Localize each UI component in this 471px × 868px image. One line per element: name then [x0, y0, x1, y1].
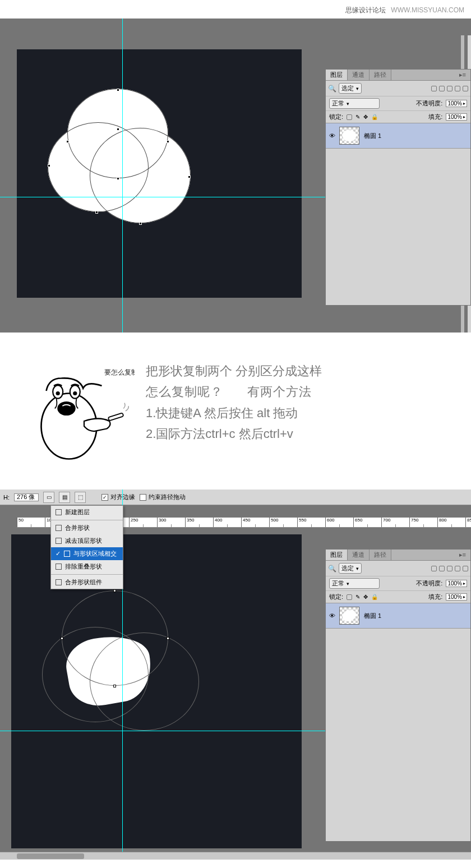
layer-name: 椭圆 1 — [364, 132, 381, 140]
filter-select[interactable]: 选定 — [339, 563, 362, 574]
align-edges-checkbox[interactable]: ✓ 对齐边缘 — [101, 493, 135, 501]
menu-new-layer[interactable]: 新建图层 — [51, 506, 123, 519]
visibility-icon[interactable]: 👁 — [328, 612, 336, 619]
tab-channels[interactable]: 通道 — [348, 70, 370, 80]
panel-tabs: 图层 通道 路径 ▸≡ — [326, 550, 470, 561]
ruler-tick: 450 — [241, 518, 269, 527]
scrollbar-horizontal[interactable] — [0, 852, 471, 860]
lock-brush-icon[interactable]: ✎ — [355, 594, 360, 600]
lock-transparent-icon[interactable] — [347, 114, 352, 120]
ruler-tick: 800 — [437, 518, 465, 527]
height-input[interactable] — [14, 493, 39, 501]
handle[interactable] — [48, 164, 50, 167]
opacity-value[interactable]: 100% — [446, 580, 467, 587]
ruler-tick: 50 — [17, 518, 45, 527]
lock-move-icon[interactable]: ✥ — [363, 594, 368, 600]
filter-icon[interactable] — [447, 566, 452, 571]
constrain-path-checkbox[interactable]: 约束路径拖动 — [140, 493, 186, 501]
scrollbar-thumb[interactable] — [17, 853, 84, 859]
ellipse-outline — [90, 128, 191, 223]
canvas-area[interactable] — [17, 49, 302, 298]
filter-icon[interactable] — [431, 566, 437, 571]
tab-paths[interactable]: 路径 — [370, 70, 391, 80]
lock-move-icon[interactable]: ✥ — [363, 114, 368, 120]
handle[interactable] — [95, 211, 98, 214]
filter-icon[interactable] — [455, 566, 460, 571]
handle[interactable] — [188, 176, 191, 178]
svg-text:要怎么复制啊！: 要怎么复制啊！ — [104, 368, 135, 376]
ruler-tick: 550 — [297, 518, 325, 527]
tab-paths[interactable]: 路径 — [370, 550, 391, 560]
ellipse-outline — [90, 632, 199, 731]
ruler-tick: 700 — [381, 518, 409, 527]
fill-label: 填充: — [428, 593, 442, 601]
handle[interactable] — [66, 140, 69, 143]
handle[interactable] — [117, 89, 119, 91]
menu-intersect[interactable]: ✓与形状区域相交 — [51, 547, 123, 560]
search-icon: 🔍 — [328, 565, 336, 572]
fill-value[interactable]: 100% — [446, 113, 467, 121]
menu-subtract[interactable]: 减去顶层形状 — [51, 534, 123, 547]
blend-mode-select[interactable]: 正常 — [329, 98, 380, 109]
ruler-tick: 850 — [465, 518, 471, 527]
ruler-tick: 300 — [157, 518, 185, 527]
instr-line: 把形状复制两个 分别区分成这样 — [146, 361, 322, 381]
fill-value[interactable]: 100% — [446, 593, 467, 601]
menu-combine[interactable]: 合并形状 — [51, 521, 123, 534]
instructions: 把形状复制两个 分别区分成这样 怎么复制呢？ 有两个方法 1.快捷键A 然后按住… — [146, 361, 322, 445]
lock-all-icon[interactable]: 🔒 — [371, 594, 378, 600]
lock-transparent-icon[interactable] — [347, 594, 352, 600]
filter-icon[interactable] — [439, 86, 445, 91]
handle[interactable] — [167, 140, 169, 143]
screenshot-top: 图层 通道 路径 ▸≡ 🔍 选定 正常 不透明度: 100% 锁定: ✎ ✥ 🔒 — [0, 19, 471, 333]
handle[interactable] — [167, 637, 169, 640]
handle[interactable] — [117, 177, 119, 180]
arrange-icon[interactable]: ⬚ — [75, 492, 86, 503]
ruler-tick: 400 — [213, 518, 241, 527]
tab-channels[interactable]: 通道 — [348, 550, 370, 560]
filter-icon[interactable] — [439, 566, 445, 571]
menu-merge[interactable]: 合并形状组件 — [51, 576, 123, 589]
handle[interactable] — [139, 222, 142, 225]
filter-icon[interactable] — [455, 86, 460, 91]
tab-layers[interactable]: 图层 — [326, 550, 348, 560]
filter-icon[interactable] — [447, 86, 452, 91]
panel-menu-icon[interactable]: ▸≡ — [455, 71, 470, 79]
panel-menu-icon[interactable]: ▸≡ — [455, 551, 470, 558]
path-op-icon[interactable]: ▭ — [43, 492, 54, 503]
filter-icon[interactable] — [463, 86, 468, 91]
instr-line: 2.国际方法ctrl+c 然后ctrl+v — [146, 423, 322, 444]
lock-brush-icon[interactable]: ✎ — [355, 114, 360, 120]
lock-all-icon[interactable]: 🔒 — [371, 114, 378, 120]
options-bar: H: ▭ ▤ ⬚ ✓ 对齐边缘 约束路径拖动 — [0, 490, 471, 505]
filter-icon[interactable] — [431, 86, 437, 91]
opacity-label: 不透明度: — [416, 579, 442, 588]
menu-exclude[interactable]: 排除重叠形状 — [51, 560, 123, 573]
opacity-value[interactable]: 100% — [446, 100, 467, 107]
layers-panel: 图层 通道 路径 ▸≡ 🔍 选定 正常 不透明度: 100% 锁定: ✎ ✥ 🔒 — [325, 69, 471, 306]
blend-mode-select[interactable]: 正常 — [329, 578, 380, 589]
tutorial-section: 要怎么复制啊！ 把形状复制两个 分别区分成这样 怎么复制呢？ 有两个方法 1.快… — [0, 349, 471, 490]
guide-vertical[interactable] — [122, 19, 123, 333]
panel-tabs: 图层 通道 路径 ▸≡ — [326, 70, 470, 81]
opacity-label: 不透明度: — [416, 99, 442, 108]
filter-select[interactable]: 选定 — [339, 83, 362, 94]
align-icon[interactable]: ▤ — [59, 492, 70, 503]
fill-label: 填充: — [428, 113, 442, 121]
visibility-icon[interactable]: 👁 — [328, 132, 336, 139]
handle[interactable] — [113, 589, 116, 592]
filter-icon[interactable] — [463, 566, 468, 571]
search-icon: 🔍 — [328, 85, 336, 93]
ruler-tick: 500 — [269, 518, 297, 527]
svg-point-3 — [56, 391, 60, 395]
handle[interactable] — [117, 128, 119, 131]
handle[interactable] — [61, 637, 63, 640]
handle[interactable] — [113, 685, 116, 687]
layer-row[interactable]: 👁 椭圆 1 — [326, 123, 470, 148]
layer-thumbnail[interactable] — [339, 127, 359, 145]
tab-layers[interactable]: 图层 — [326, 70, 348, 80]
layer-thumbnail[interactable] — [339, 607, 359, 625]
ruler-tick: 350 — [185, 518, 213, 527]
lock-label: 锁定: — [329, 113, 343, 121]
layer-row[interactable]: 👁 椭圆 1 — [326, 603, 470, 628]
